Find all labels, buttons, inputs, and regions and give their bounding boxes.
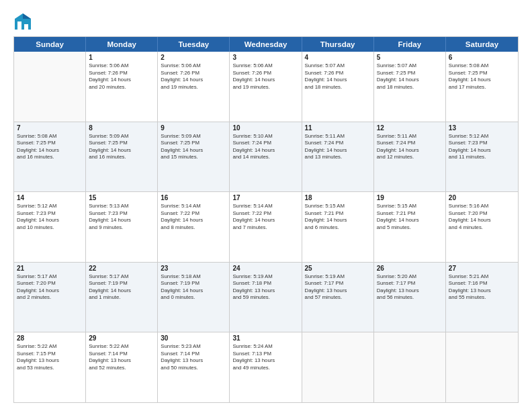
header-day-friday: Friday [374,37,446,52]
calendar-cell-3-5: 26Sunrise: 5:20 AM Sunset: 7:17 PM Dayli… [374,263,446,332]
calendar-cell-2-6: 20Sunrise: 5:16 AM Sunset: 7:20 PM Dayli… [446,192,518,262]
svg-rect-3 [24,24,28,30]
cell-info: Sunrise: 5:24 AM Sunset: 7:13 PM Dayligh… [232,343,298,371]
cell-info: Sunrise: 5:09 AM Sunset: 7:25 PM Dayligh… [89,133,154,161]
day-number: 29 [89,334,154,342]
logo-icon [13,12,32,31]
calendar-cell-1-2: 9Sunrise: 5:09 AM Sunset: 7:25 PM Daylig… [158,122,230,192]
day-number: 11 [305,124,371,132]
calendar-cell-2-1: 15Sunrise: 5:13 AM Sunset: 7:23 PM Dayli… [86,192,158,262]
calendar-body: 1Sunrise: 5:06 AM Sunset: 7:26 PM Daylig… [14,52,518,402]
day-number: 4 [305,54,371,61]
cell-info: Sunrise: 5:19 AM Sunset: 7:18 PM Dayligh… [232,273,298,302]
logo [13,12,35,31]
day-number: 8 [89,124,154,132]
day-number: 15 [89,194,154,201]
day-number: 19 [377,194,443,201]
calendar-cell-0-3: 3Sunrise: 5:06 AM Sunset: 7:26 PM Daylig… [230,52,302,122]
calendar: SundayMondayTuesdayWednesdayThursdayFrid… [13,36,519,403]
calendar-cell-4-2: 30Sunrise: 5:23 AM Sunset: 7:14 PM Dayli… [158,332,230,402]
calendar-cell-2-3: 17Sunrise: 5:14 AM Sunset: 7:22 PM Dayli… [230,192,302,262]
calendar-row-1: 7Sunrise: 5:08 AM Sunset: 7:25 PM Daylig… [14,122,518,193]
calendar-cell-2-4: 18Sunrise: 5:15 AM Sunset: 7:21 PM Dayli… [302,192,374,262]
header-day-monday: Monday [86,37,158,52]
day-number: 31 [232,334,298,342]
cell-info: Sunrise: 5:23 AM Sunset: 7:14 PM Dayligh… [161,343,226,371]
day-number: 12 [377,124,443,132]
cell-info: Sunrise: 5:07 AM Sunset: 7:25 PM Dayligh… [377,62,443,91]
day-number: 28 [17,334,83,342]
calendar-cell-4-4 [302,332,374,402]
calendar-cell-0-5: 5Sunrise: 5:07 AM Sunset: 7:25 PM Daylig… [374,52,446,122]
calendar-cell-3-4: 25Sunrise: 5:19 AM Sunset: 7:17 PM Dayli… [302,263,374,332]
cell-info: Sunrise: 5:11 AM Sunset: 7:24 PM Dayligh… [377,133,443,161]
calendar-cell-0-2: 2Sunrise: 5:06 AM Sunset: 7:26 PM Daylig… [158,52,230,122]
cell-info: Sunrise: 5:06 AM Sunset: 7:26 PM Dayligh… [89,62,154,91]
cell-info: Sunrise: 5:12 AM Sunset: 7:23 PM Dayligh… [449,133,515,161]
calendar-cell-0-4: 4Sunrise: 5:07 AM Sunset: 7:26 PM Daylig… [302,52,374,122]
calendar-row-0: 1Sunrise: 5:06 AM Sunset: 7:26 PM Daylig… [14,52,518,122]
calendar-cell-3-6: 27Sunrise: 5:21 AM Sunset: 7:16 PM Dayli… [446,263,518,332]
header [13,12,519,31]
calendar-cell-1-5: 12Sunrise: 5:11 AM Sunset: 7:24 PM Dayli… [374,122,446,192]
cell-info: Sunrise: 5:08 AM Sunset: 7:25 PM Dayligh… [17,133,83,161]
calendar-cell-1-1: 8Sunrise: 5:09 AM Sunset: 7:25 PM Daylig… [86,122,158,192]
cell-info: Sunrise: 5:14 AM Sunset: 7:22 PM Dayligh… [161,203,226,231]
day-number: 20 [449,194,515,201]
day-number: 3 [232,54,298,61]
day-number: 17 [232,194,298,201]
cell-info: Sunrise: 5:18 AM Sunset: 7:19 PM Dayligh… [161,273,226,302]
cell-info: Sunrise: 5:21 AM Sunset: 7:16 PM Dayligh… [449,273,515,302]
day-number: 9 [161,124,226,132]
cell-info: Sunrise: 5:22 AM Sunset: 7:14 PM Dayligh… [89,343,154,371]
calendar-cell-3-3: 24Sunrise: 5:19 AM Sunset: 7:18 PM Dayli… [230,263,302,332]
day-number: 18 [305,194,371,201]
cell-info: Sunrise: 5:15 AM Sunset: 7:21 PM Dayligh… [305,203,371,231]
day-number: 25 [305,265,371,272]
page: SundayMondayTuesdayWednesdayThursdayFrid… [0,0,532,411]
calendar-cell-0-1: 1Sunrise: 5:06 AM Sunset: 7:26 PM Daylig… [86,52,158,122]
cell-info: Sunrise: 5:07 AM Sunset: 7:26 PM Dayligh… [305,62,371,91]
cell-info: Sunrise: 5:09 AM Sunset: 7:25 PM Dayligh… [161,133,226,161]
day-number: 5 [377,54,443,61]
calendar-cell-4-1: 29Sunrise: 5:22 AM Sunset: 7:14 PM Dayli… [86,332,158,402]
calendar-cell-0-0 [14,52,86,122]
calendar-cell-2-0: 14Sunrise: 5:12 AM Sunset: 7:23 PM Dayli… [14,192,86,262]
calendar-cell-3-0: 21Sunrise: 5:17 AM Sunset: 7:20 PM Dayli… [14,263,86,332]
cell-info: Sunrise: 5:22 AM Sunset: 7:15 PM Dayligh… [17,343,83,371]
calendar-cell-4-5 [374,332,446,402]
day-number: 26 [377,265,443,272]
calendar-cell-2-2: 16Sunrise: 5:14 AM Sunset: 7:22 PM Dayli… [158,192,230,262]
day-number: 22 [89,265,154,272]
day-number: 1 [89,54,154,61]
calendar-cell-3-2: 23Sunrise: 5:18 AM Sunset: 7:19 PM Dayli… [158,263,230,332]
header-day-tuesday: Tuesday [158,37,230,52]
day-number: 23 [161,265,226,272]
calendar-row-3: 21Sunrise: 5:17 AM Sunset: 7:20 PM Dayli… [14,263,518,333]
cell-info: Sunrise: 5:15 AM Sunset: 7:21 PM Dayligh… [377,203,443,231]
calendar-cell-1-4: 11Sunrise: 5:11 AM Sunset: 7:24 PM Dayli… [302,122,374,192]
cell-info: Sunrise: 5:14 AM Sunset: 7:22 PM Dayligh… [232,203,298,231]
calendar-cell-2-5: 19Sunrise: 5:15 AM Sunset: 7:21 PM Dayli… [374,192,446,262]
cell-info: Sunrise: 5:12 AM Sunset: 7:23 PM Dayligh… [17,203,83,231]
calendar-cell-4-0: 28Sunrise: 5:22 AM Sunset: 7:15 PM Dayli… [14,332,86,402]
svg-rect-2 [17,21,21,30]
calendar-row-4: 28Sunrise: 5:22 AM Sunset: 7:15 PM Dayli… [14,332,518,402]
day-number: 6 [449,54,515,61]
cell-info: Sunrise: 5:17 AM Sunset: 7:20 PM Dayligh… [17,273,83,302]
calendar-cell-1-6: 13Sunrise: 5:12 AM Sunset: 7:23 PM Dayli… [446,122,518,192]
calendar-cell-3-1: 22Sunrise: 5:17 AM Sunset: 7:19 PM Dayli… [86,263,158,332]
header-day-saturday: Saturday [446,37,518,52]
header-day-wednesday: Wednesday [230,37,302,52]
cell-info: Sunrise: 5:06 AM Sunset: 7:26 PM Dayligh… [232,62,298,91]
cell-info: Sunrise: 5:10 AM Sunset: 7:24 PM Dayligh… [232,133,298,161]
cell-info: Sunrise: 5:16 AM Sunset: 7:20 PM Dayligh… [449,203,515,231]
cell-info: Sunrise: 5:20 AM Sunset: 7:17 PM Dayligh… [377,273,443,302]
cell-info: Sunrise: 5:13 AM Sunset: 7:23 PM Dayligh… [89,203,154,231]
cell-info: Sunrise: 5:17 AM Sunset: 7:19 PM Dayligh… [89,273,154,302]
header-day-sunday: Sunday [14,37,86,52]
cell-info: Sunrise: 5:11 AM Sunset: 7:24 PM Dayligh… [305,133,371,161]
day-number: 21 [17,265,83,272]
calendar-header: SundayMondayTuesdayWednesdayThursdayFrid… [14,37,518,52]
day-number: 30 [161,334,226,342]
